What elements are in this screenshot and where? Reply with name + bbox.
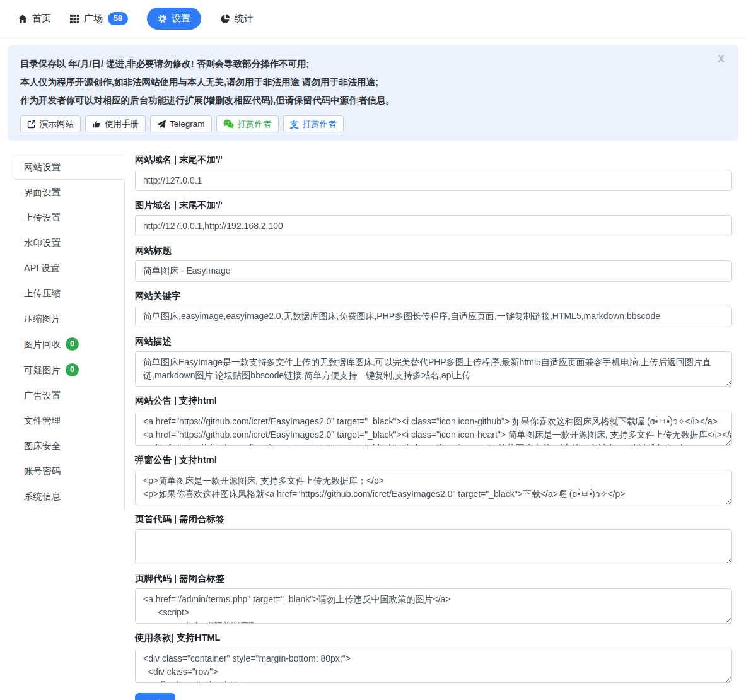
sidebar-item-label: 图床安全 [24, 440, 61, 452]
site-keywords-field: 网站关键字 [135, 291, 732, 327]
website-settings-form: 网站域名 | 末尾不加'/' 图片域名 | 末尾不加'/' 网站标题 网站关键字… [135, 155, 732, 700]
site-description-textarea[interactable]: 简单图床EasyImage是一款支持多文件上传的无数据库图床,可以完美替代PHP… [135, 351, 732, 387]
donate-alipay-button[interactable]: 支 打赏作者 [283, 115, 344, 132]
sidebar-item-image-recycle[interactable]: 图片回收 0 [13, 331, 125, 357]
header-code-textarea[interactable] [135, 529, 732, 564]
field-label: 使用条款| 支持HTML [135, 633, 732, 643]
nav-item-home[interactable]: 首页 [18, 13, 51, 25]
alert-line-1: 目录保存以 年/月/日/ 递进,非必要请勿修改! 否则会导致部分操作不可用; [20, 55, 726, 73]
sidebar-item-label: 压缩图片 [24, 312, 61, 325]
field-label: 网站域名 | 末尾不加'/' [135, 155, 732, 165]
button-label: 使用手册 [105, 119, 139, 130]
field-label: 弹窗公告 | 支持html [135, 455, 732, 465]
alert-line-2: 本人仅为程序开源创作,如非法网站使用与本人无关,请勿用于非法用途 请勿用于非法用… [20, 73, 726, 91]
alipay-icon: 支 [290, 120, 299, 129]
thumbs-up-icon [92, 120, 101, 129]
sidebar-item-website-settings[interactable]: 网站设置 [13, 155, 125, 180]
nav-item-label: 设置 [172, 13, 190, 25]
sidebar-item-suspicious-images[interactable]: 可疑图片 0 [13, 357, 125, 383]
nav-item-plaza[interactable]: 广场 58 [70, 12, 128, 25]
terms-textarea[interactable]: <div class="container" style="margin-bot… [135, 648, 732, 683]
sidebar-item-ad-settings[interactable]: 广告设置 [13, 383, 125, 408]
gear-icon [158, 14, 167, 23]
sidebar-item-label: 图片回收 [24, 338, 61, 351]
grid-icon [70, 14, 79, 23]
sidebar-item-label: 水印设置 [24, 236, 61, 249]
sidebar-item-label: 上传压缩 [24, 287, 61, 300]
site-description-field: 网站描述 简单图床EasyImage是一款支持多文件上传的无数据库图床,可以完美… [135, 336, 732, 387]
site-domain-input[interactable] [135, 170, 732, 191]
button-label: 打赏作者 [303, 119, 337, 130]
field-label: 页首代码 | 需闭合标签 [135, 514, 732, 524]
site-domain-field: 网站域名 | 末尾不加'/' [135, 155, 732, 191]
field-label: 页脚代码 | 需闭合标签 [135, 573, 732, 583]
save-button[interactable]: 保存 [135, 693, 175, 700]
sidebar-item-ui-settings[interactable]: 界面设置 [13, 180, 125, 205]
close-icon[interactable]: X [718, 53, 725, 66]
paper-plane-icon [157, 120, 166, 129]
button-label: Telegram [170, 119, 205, 129]
donate-wechat-button[interactable]: 打赏作者 [216, 115, 279, 132]
alert-button-row: 演示网站 使用手册 Telegram 打赏作者 支 打赏作者 [20, 115, 726, 132]
nav-item-settings[interactable]: 设置 [147, 8, 201, 30]
footer-code-field: 页脚代码 | 需闭合标签 <a href="/admin/terms.php" … [135, 573, 732, 624]
sidebar-item-compress-image[interactable]: 压缩图片 [13, 306, 125, 331]
demo-site-button[interactable]: 演示网站 [20, 115, 81, 132]
sidebar-item-upload-compress[interactable]: 上传压缩 [13, 281, 125, 306]
sidebar-item-label: 网站设置 [24, 161, 61, 173]
terms-field: 使用条款| 支持HTML <div class="container" styl… [135, 633, 732, 683]
nav-item-label: 首页 [32, 13, 51, 25]
sidebar-item-label: 广告设置 [24, 389, 61, 402]
pie-chart-icon [220, 14, 230, 24]
field-label: 图片域名 | 末尾不加'/' [135, 200, 732, 210]
field-label: 网站关键字 [135, 291, 732, 301]
footer-code-textarea[interactable]: <a href="/admin/terms.php" target="_blan… [135, 588, 732, 624]
top-navbar: 首页 广场 58 设置 统计 [0, 0, 746, 37]
sidebar-item-label: 界面设置 [24, 186, 61, 199]
field-label: 网站标题 [135, 245, 732, 255]
wechat-icon [223, 119, 234, 129]
settings-sidebar: 网站设置 界面设置 上传设置 水印设置 API 设置 上传压缩 压缩图片 图片回… [13, 155, 125, 509]
header-code-field: 页首代码 | 需闭合标签 [135, 514, 732, 564]
sidebar-item-label: API 设置 [24, 262, 59, 274]
sidebar-item-label: 系统信息 [24, 490, 61, 503]
sidebar-item-label: 上传设置 [24, 211, 61, 224]
sidebar-item-system-info[interactable]: 系统信息 [13, 484, 125, 509]
site-notice-textarea[interactable]: <a href="https://github.com/icret/EasyIm… [135, 411, 732, 446]
nav-item-stats[interactable]: 统计 [220, 13, 254, 25]
sidebar-item-api-settings[interactable]: API 设置 [13, 255, 125, 281]
sidebar-item-label: 文件管理 [24, 414, 61, 427]
button-label: 演示网站 [40, 119, 74, 130]
image-domain-input[interactable] [135, 215, 732, 236]
settings-layout: 网站设置 界面设置 上传设置 水印设置 API 设置 上传压缩 压缩图片 图片回… [0, 141, 746, 700]
suspicious-count-badge: 0 [66, 363, 79, 376]
home-icon [18, 14, 28, 24]
manual-button[interactable]: 使用手册 [85, 115, 146, 132]
plaza-count-badge: 58 [108, 12, 128, 25]
telegram-button[interactable]: Telegram [150, 115, 212, 132]
nav-item-label: 广场 [84, 13, 103, 25]
sidebar-item-file-manager[interactable]: 文件管理 [13, 408, 125, 433]
popup-notice-field: 弹窗公告 | 支持html <p>简单图床是一款开源图床, 支持多文件上传无数据… [135, 455, 732, 505]
sidebar-item-security[interactable]: 图床安全 [13, 433, 125, 458]
button-label: 打赏作者 [238, 119, 272, 130]
site-title-field: 网站标题 [135, 245, 732, 282]
external-link-icon [27, 120, 36, 129]
site-title-input[interactable] [135, 260, 732, 282]
alert-line-3: 作为开发者你可以对相应的后台功能进行扩展(增删改相应代码),但请保留代码中源作者… [20, 91, 726, 110]
image-domain-field: 图片域名 | 末尾不加'/' [135, 200, 732, 236]
nav-item-label: 统计 [235, 13, 254, 25]
site-keywords-input[interactable] [135, 306, 732, 327]
recycle-count-badge: 0 [66, 337, 79, 351]
popup-notice-textarea[interactable]: <p>简单图床是一款开源图床, 支持多文件上传无数据库；</p> <p>如果你喜… [135, 470, 732, 505]
site-notice-field: 网站公告 | 支持html <a href="https://github.co… [135, 395, 732, 446]
field-label: 网站描述 [135, 336, 732, 346]
sidebar-item-upload-settings[interactable]: 上传设置 [13, 205, 125, 230]
sidebar-item-label: 可疑图片 [24, 364, 61, 376]
notice-alert: X 目录保存以 年/月/日/ 递进,非必要请勿修改! 否则会导致部分操作不可用;… [8, 45, 738, 141]
sidebar-item-label: 账号密码 [24, 465, 61, 477]
sidebar-item-account-password[interactable]: 账号密码 [13, 458, 125, 484]
field-label: 网站公告 | 支持html [135, 395, 732, 405]
sidebar-item-watermark-settings[interactable]: 水印设置 [13, 230, 125, 255]
